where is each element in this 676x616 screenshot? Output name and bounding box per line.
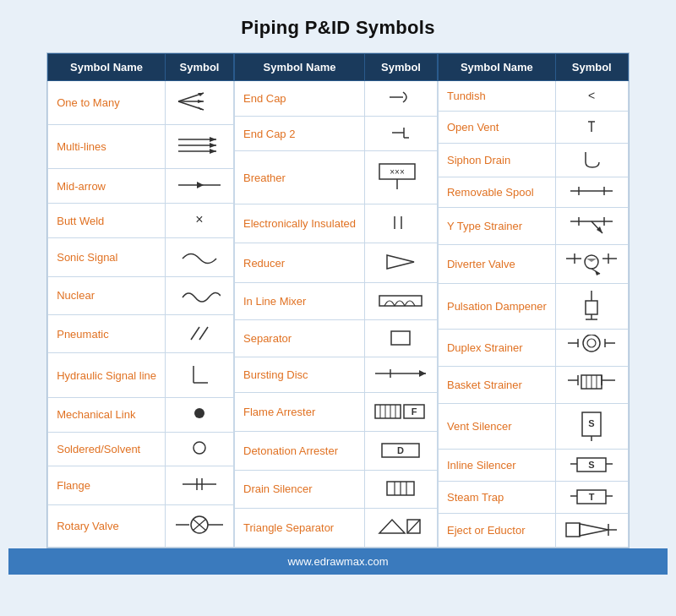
svg-point-87 (587, 339, 596, 347)
svg-marker-11 (210, 149, 216, 154)
table-row: Hydraulic Signal line (48, 353, 234, 397)
vent-silencer-icon: S (575, 409, 608, 441)
svg-point-19 (194, 408, 204, 418)
footer: www.edrawmax.com (8, 548, 668, 575)
soldered-icon (191, 439, 208, 456)
reducer-icon (384, 252, 417, 272)
table-row: Flame Arrester F (235, 392, 438, 431)
pulsation-dampener-icon (579, 289, 604, 321)
mid-header-symbol: Symbol (364, 54, 437, 81)
table-row: One to Many (48, 81, 234, 125)
table-row: Rotary Valve (48, 504, 234, 547)
end-cap-icon (388, 89, 413, 106)
svg-marker-9 (210, 143, 216, 148)
svg-marker-7 (210, 137, 216, 142)
svg-text:S: S (589, 418, 595, 428)
table-row: In Line Mixer (235, 282, 438, 319)
left-header-symbol: Symbol (166, 54, 234, 81)
table-row: Siphon Drain (438, 144, 628, 177)
right-header-name: Symbol Name (438, 54, 555, 81)
right-table: Symbol Name Symbol Tundish < Open Vent (438, 53, 629, 548)
svg-line-60 (407, 520, 420, 533)
flange-icon (178, 474, 221, 494)
svg-text:<: < (588, 89, 595, 102)
table-row: Soldered/Solvent (48, 432, 234, 466)
table-row: Basket Strainer (438, 367, 628, 404)
rotary-valve-icon (174, 513, 225, 537)
table-row: Pneumatic (48, 315, 234, 353)
left-header-name: Symbol Name (48, 54, 166, 81)
svg-point-86 (583, 335, 600, 352)
tundish-icon: < (583, 86, 600, 103)
table-row: Drain Silencer (235, 471, 438, 508)
table-row: Open Vent (438, 112, 628, 144)
detonation-arrester-icon: D (378, 439, 424, 460)
table-row: Sonic Signal (48, 238, 234, 276)
drain-silencer-icon (384, 478, 417, 497)
table-row: Separator (235, 319, 438, 357)
siphon-drain-icon (579, 149, 604, 169)
separator-icon (388, 328, 413, 346)
svg-rect-109 (566, 523, 580, 537)
steam-trap-icon: T (569, 487, 615, 505)
table-row: Pulsation Dampener (438, 284, 628, 330)
table-row: End Cap (235, 81, 438, 117)
mid-arrow-icon (174, 177, 225, 194)
table-row: Y Type Strainer (438, 208, 628, 245)
svg-marker-38 (387, 255, 414, 269)
mid-header-name: Symbol Name (235, 54, 365, 81)
inline-mixer-icon (378, 291, 424, 309)
multi-lines-icon (174, 133, 225, 158)
table-row: Flange (48, 466, 234, 504)
svg-marker-58 (379, 520, 405, 533)
svg-rect-45 (375, 405, 401, 418)
table-row: Butt Weld × (48, 204, 234, 238)
mechanical-link-icon (191, 405, 208, 422)
end-cap-2-icon (390, 124, 411, 141)
inline-silencer-icon: S (569, 455, 615, 473)
table-row: Nuclear (48, 276, 234, 314)
svg-text:×: × (195, 212, 203, 226)
table-row: Tundish < (438, 81, 628, 112)
svg-text:D: D (397, 445, 404, 455)
svg-marker-3 (198, 100, 204, 103)
sonic-signal-icon (178, 246, 221, 266)
svg-text:×××: ××× (390, 167, 406, 177)
left-table: Symbol Name Symbol One to Many (47, 53, 234, 548)
svg-line-15 (191, 327, 199, 340)
electronically-insulated-icon (388, 212, 413, 232)
table-row: Detonation Arrester D (235, 432, 438, 471)
table-row: Inline Silencer S (438, 450, 628, 482)
svg-marker-13 (197, 182, 204, 188)
diverter-valve-icon (564, 250, 619, 275)
basket-strainer-icon (566, 372, 617, 395)
middle-table: Symbol Name Symbol End Cap End Cap 2 (234, 53, 438, 548)
table-row: Bursting Disc (235, 357, 438, 392)
table-row: Eject or Eductor (438, 514, 628, 548)
right-header-symbol: Symbol (555, 54, 628, 81)
svg-text:T: T (588, 492, 594, 502)
table-row: Steam Trap T (438, 482, 628, 514)
table-row: Multi-lines (48, 125, 234, 169)
svg-rect-81 (586, 301, 597, 314)
breather-icon: ××× (375, 161, 426, 193)
table-row: Mechanical Link (48, 397, 234, 432)
table-row: Mid-arrow (48, 169, 234, 204)
tables-wrapper: Symbol Name Symbol One to Many (46, 52, 630, 548)
table-row: Diverter Valve (438, 245, 628, 284)
svg-text:F: F (412, 406, 417, 417)
removable-spool-icon (569, 183, 615, 199)
table-row: Electronically Insulated (235, 204, 438, 243)
svg-marker-44 (419, 370, 426, 377)
table-row: Triangle Separator (235, 508, 438, 548)
table-row: End Cap 2 (235, 116, 438, 151)
table-row: Vent Silencer S (438, 404, 628, 450)
svg-line-16 (199, 327, 208, 340)
svg-rect-40 (391, 331, 410, 345)
table-row: Reducer (235, 243, 438, 282)
svg-marker-77 (586, 259, 597, 262)
table-row: Removable Spool (438, 177, 628, 208)
triangle-separator-icon (375, 516, 426, 537)
bursting-disc-icon (373, 365, 428, 382)
svg-marker-110 (580, 524, 608, 536)
